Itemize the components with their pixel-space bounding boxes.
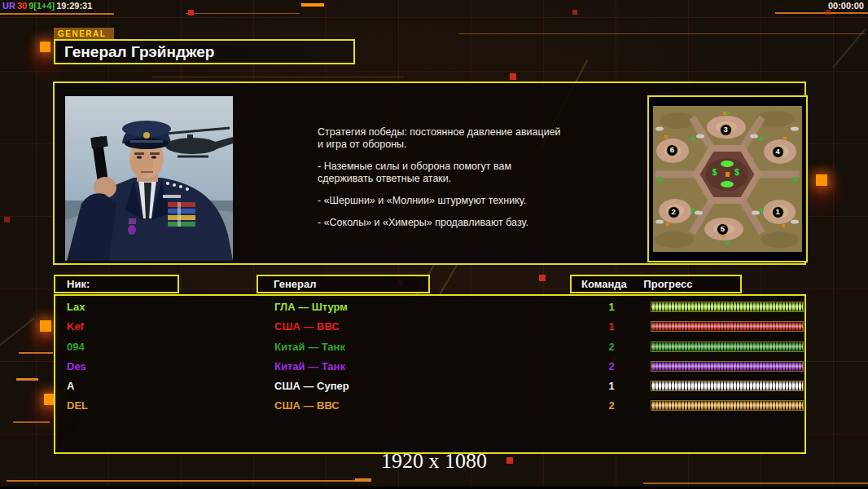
player-row: KefСША — ВВС1 xyxy=(55,318,804,337)
player-team: 1 xyxy=(600,380,623,392)
resolution-label: 1920 x 1080 xyxy=(0,449,868,474)
progress-bar-fill xyxy=(651,362,803,371)
player-team: 1 xyxy=(600,320,623,333)
accent-line xyxy=(355,478,371,482)
net-stat-segment: 19:29:31 xyxy=(56,1,92,11)
strategy-paragraph: Стратегия победы: постоянное давление ав… xyxy=(318,126,594,151)
accent-line xyxy=(13,421,50,423)
header-team-progress: Команда Прогресс xyxy=(570,275,742,293)
page-title: Генерал Грэйнджер xyxy=(55,41,353,63)
glow-square xyxy=(816,174,827,186)
player-general: США — Супер xyxy=(274,380,349,392)
player-nick: 094 xyxy=(67,341,85,353)
title-box: Генерал Грэйнджер xyxy=(54,39,355,64)
supply-dollar-icon: $ xyxy=(712,168,717,177)
progress-bar-fill xyxy=(651,342,803,351)
supply-dollar-icon: $ xyxy=(734,168,739,177)
red-square xyxy=(539,275,546,281)
map-start-position: 5 xyxy=(717,223,729,236)
match-timer: 00:00:00 xyxy=(828,1,864,11)
progress-bar xyxy=(651,361,804,372)
map-start-position: 4 xyxy=(772,146,784,158)
players-table: LaxГЛА — Штурм1KefСША — ВВС1094Китай — Т… xyxy=(54,294,806,454)
player-row: DesКитай — Танк2 xyxy=(55,358,804,377)
player-general: Китай — Танк xyxy=(274,341,345,353)
accent-line xyxy=(19,352,53,354)
map-start-position: 2 xyxy=(668,206,680,218)
player-row: DELСША — ВВС2 xyxy=(55,397,804,416)
red-square xyxy=(826,10,831,15)
general-portrait-art xyxy=(65,96,233,261)
strategy-paragraph: - «Соколы» и «Химеры» продавливают базу. xyxy=(318,217,594,229)
player-general: ГЛА — Штурм xyxy=(274,301,348,313)
progress-bar-fill xyxy=(651,401,803,410)
progress-bar xyxy=(651,302,804,312)
progress-bar-fill xyxy=(651,381,803,390)
accent-line xyxy=(643,482,868,484)
player-nick: Lax xyxy=(67,301,85,313)
player-general: Китай — Танк xyxy=(274,360,345,372)
player-row: AСША — Супер1 xyxy=(55,377,804,397)
red-square xyxy=(572,10,577,15)
map-start-position: 1 xyxy=(772,206,784,218)
net-stat-segment: 9[1+4] xyxy=(28,1,55,11)
progress-bar xyxy=(651,321,804,332)
net-stat-segment: UR xyxy=(2,1,15,11)
net-stat-segment: 30 xyxy=(17,1,27,11)
player-nick: A xyxy=(67,380,74,392)
purple-heart-medal xyxy=(128,218,136,235)
red-square xyxy=(510,73,516,80)
general-info-panel: Стратегия победы: постоянное давление ав… xyxy=(53,82,806,265)
accent-line xyxy=(151,77,404,77)
strategy-paragraph: - Наземные силы и оборона помогут вам сд… xyxy=(318,161,594,185)
general-tab: GENERAL xyxy=(54,28,114,40)
red-square xyxy=(188,10,194,15)
accent-line xyxy=(7,480,355,482)
player-nick: DEL xyxy=(67,399,88,412)
accent-line xyxy=(458,33,866,34)
accent-line xyxy=(16,378,38,381)
accent-line xyxy=(775,12,868,14)
header-progress: Прогресс xyxy=(643,278,692,290)
player-nick: Kef xyxy=(67,320,84,333)
strategy-text: Стратегия победы: постоянное давление ав… xyxy=(318,126,594,239)
glow-square xyxy=(40,320,51,332)
header-team: Команда xyxy=(581,278,627,290)
progress-bar xyxy=(651,400,804,411)
progress-bar xyxy=(651,381,804,391)
player-row: LaxГЛА — Штурм1 xyxy=(55,298,804,318)
header-general: Генерал xyxy=(256,275,430,293)
player-team: 1 xyxy=(600,301,623,313)
general-portrait xyxy=(65,96,233,261)
player-team: 2 xyxy=(600,341,623,353)
progress-bar-fill xyxy=(651,302,803,311)
player-general: США — ВВС xyxy=(274,320,340,333)
player-team: 2 xyxy=(600,360,623,372)
red-square xyxy=(4,217,10,222)
circuit-line xyxy=(0,318,35,351)
progress-bar-fill xyxy=(651,322,803,331)
map-start-position: 3 xyxy=(720,124,732,136)
players-table-body: LaxГЛА — Штурм1KefСША — ВВС1094Китай — Т… xyxy=(55,298,804,417)
accent-line xyxy=(186,13,300,14)
glow-square xyxy=(40,42,50,52)
progress-bar xyxy=(651,341,804,352)
accent-line xyxy=(0,13,114,15)
strategy-paragraph: - «Шершни» и «Молнии» штурмуют технику. xyxy=(318,195,594,207)
net-stats: UR309[1+4]19:29:31 xyxy=(2,1,94,11)
player-general: США — ВВС xyxy=(274,399,340,412)
map-preview: 364215$$ xyxy=(647,95,808,262)
screen: UR309[1+4]19:29:31 00:00:00 GENERAL Гене… xyxy=(0,0,868,489)
player-row: 094Китай — Танк2 xyxy=(55,338,804,358)
header-nick: Ник: xyxy=(54,275,179,293)
map-markers: 364215$$ xyxy=(653,106,802,252)
map-start-position: 6 xyxy=(666,144,678,156)
accent-line xyxy=(301,3,324,7)
player-team: 2 xyxy=(600,399,623,412)
map-area: 364215$$ xyxy=(653,106,802,252)
player-nick: Des xyxy=(67,360,86,372)
